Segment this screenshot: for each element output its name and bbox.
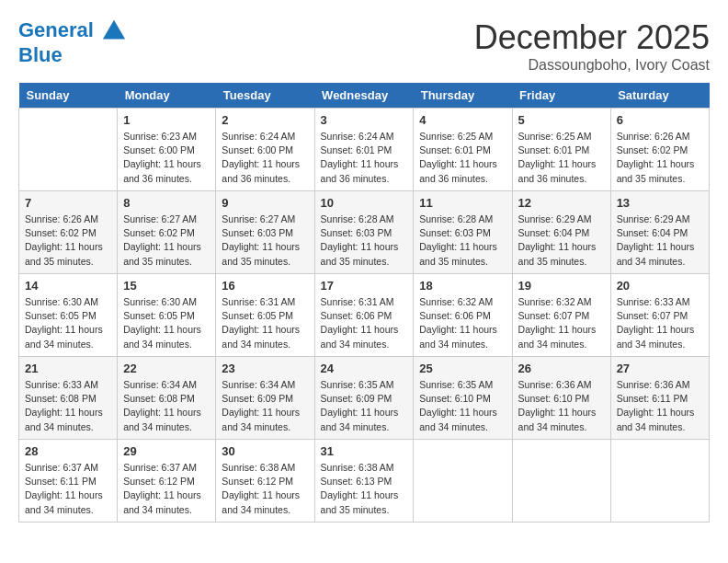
day-info: Sunrise: 6:37 AMSunset: 6:12 PMDaylight:… xyxy=(123,461,210,517)
day-info: Sunrise: 6:26 AMSunset: 6:02 PMDaylight:… xyxy=(617,130,703,186)
calendar-cell: 6Sunrise: 6:26 AMSunset: 6:02 PMDaylight… xyxy=(610,109,709,191)
title-block: December 2025 Dassoungboho, Ivory Coast xyxy=(474,18,710,74)
calendar-cell: 30Sunrise: 6:38 AMSunset: 6:12 PMDayligh… xyxy=(216,440,314,523)
calendar-cell: 4Sunrise: 6:25 AMSunset: 6:01 PMDaylight… xyxy=(414,109,512,191)
location-title: Dassoungboho, Ivory Coast xyxy=(474,57,710,74)
day-number: 3 xyxy=(321,113,408,127)
day-info: Sunrise: 6:30 AMSunset: 6:05 PMDaylight:… xyxy=(25,295,111,351)
calendar-cell: 21Sunrise: 6:33 AMSunset: 6:08 PMDayligh… xyxy=(19,357,118,440)
calendar-cell: 29Sunrise: 6:37 AMSunset: 6:12 PMDayligh… xyxy=(118,440,216,523)
calendar-cell: 5Sunrise: 6:25 AMSunset: 6:01 PMDaylight… xyxy=(512,109,610,191)
header-day: Friday xyxy=(512,83,610,109)
day-number: 15 xyxy=(123,279,210,293)
day-number: 21 xyxy=(25,362,111,375)
header-row: SundayMondayTuesdayWednesdayThursdayFrid… xyxy=(19,83,710,109)
day-info: Sunrise: 6:25 AMSunset: 6:01 PMDaylight:… xyxy=(419,130,506,186)
header-day: Monday xyxy=(118,83,216,109)
day-info: Sunrise: 6:36 AMSunset: 6:10 PMDaylight:… xyxy=(518,378,605,434)
day-number: 12 xyxy=(518,196,605,210)
calendar-table: SundayMondayTuesdayWednesdayThursdayFrid… xyxy=(18,83,710,523)
calendar-cell xyxy=(19,109,118,191)
logo-blue: Blue xyxy=(18,44,127,66)
day-number: 9 xyxy=(222,196,308,210)
day-number: 5 xyxy=(518,113,605,127)
month-title: December 2025 xyxy=(474,18,710,57)
day-number: 26 xyxy=(518,362,605,375)
day-number: 7 xyxy=(25,196,111,210)
day-number: 28 xyxy=(25,444,111,458)
day-number: 16 xyxy=(222,279,308,293)
page-header: General Blue December 2025 Dassoungboho,… xyxy=(18,18,710,74)
day-info: Sunrise: 6:33 AMSunset: 6:07 PMDaylight:… xyxy=(617,295,703,351)
calendar-cell: 9Sunrise: 6:27 AMSunset: 6:03 PMDaylight… xyxy=(216,191,314,274)
day-info: Sunrise: 6:29 AMSunset: 6:04 PMDaylight:… xyxy=(617,213,703,269)
calendar-cell: 22Sunrise: 6:34 AMSunset: 6:08 PMDayligh… xyxy=(118,357,216,440)
day-info: Sunrise: 6:24 AMSunset: 6:01 PMDaylight:… xyxy=(321,130,408,186)
day-number: 19 xyxy=(518,279,605,293)
day-number: 17 xyxy=(321,279,408,293)
calendar-cell: 13Sunrise: 6:29 AMSunset: 6:04 PMDayligh… xyxy=(610,191,709,274)
day-number: 29 xyxy=(123,444,210,458)
calendar-cell: 20Sunrise: 6:33 AMSunset: 6:07 PMDayligh… xyxy=(610,274,709,357)
day-info: Sunrise: 6:28 AMSunset: 6:03 PMDaylight:… xyxy=(419,213,506,269)
day-info: Sunrise: 6:31 AMSunset: 6:06 PMDaylight:… xyxy=(321,295,408,351)
day-number: 25 xyxy=(419,362,506,375)
calendar-cell: 11Sunrise: 6:28 AMSunset: 6:03 PMDayligh… xyxy=(414,191,512,274)
calendar-cell xyxy=(512,440,610,523)
day-number: 18 xyxy=(419,279,506,293)
calendar-cell: 31Sunrise: 6:38 AMSunset: 6:13 PMDayligh… xyxy=(314,440,414,523)
calendar-cell: 24Sunrise: 6:35 AMSunset: 6:09 PMDayligh… xyxy=(314,357,414,440)
calendar-cell: 7Sunrise: 6:26 AMSunset: 6:02 PMDaylight… xyxy=(19,191,118,274)
calendar-week: 1Sunrise: 6:23 AMSunset: 6:00 PMDaylight… xyxy=(19,109,710,191)
calendar-cell: 26Sunrise: 6:36 AMSunset: 6:10 PMDayligh… xyxy=(512,357,610,440)
calendar-cell: 12Sunrise: 6:29 AMSunset: 6:04 PMDayligh… xyxy=(512,191,610,274)
calendar-cell: 27Sunrise: 6:36 AMSunset: 6:11 PMDayligh… xyxy=(610,357,709,440)
calendar-cell: 25Sunrise: 6:35 AMSunset: 6:10 PMDayligh… xyxy=(414,357,512,440)
calendar-cell: 17Sunrise: 6:31 AMSunset: 6:06 PMDayligh… xyxy=(314,274,414,357)
header-day: Saturday xyxy=(610,83,709,109)
calendar-cell: 19Sunrise: 6:32 AMSunset: 6:07 PMDayligh… xyxy=(512,274,610,357)
day-number: 30 xyxy=(222,444,308,458)
day-number: 20 xyxy=(617,279,703,293)
day-info: Sunrise: 6:23 AMSunset: 6:00 PMDaylight:… xyxy=(123,130,210,186)
calendar-header: SundayMondayTuesdayWednesdayThursdayFrid… xyxy=(19,83,710,109)
day-info: Sunrise: 6:35 AMSunset: 6:09 PMDaylight:… xyxy=(321,378,408,434)
day-info: Sunrise: 6:38 AMSunset: 6:13 PMDaylight:… xyxy=(321,461,408,517)
header-day: Wednesday xyxy=(314,83,414,109)
calendar-cell xyxy=(610,440,709,523)
logo-text: General xyxy=(18,18,127,44)
day-number: 22 xyxy=(123,362,210,375)
day-number: 13 xyxy=(617,196,703,210)
calendar-cell: 18Sunrise: 6:32 AMSunset: 6:06 PMDayligh… xyxy=(414,274,512,357)
header-day: Thursday xyxy=(414,83,512,109)
calendar-cell: 15Sunrise: 6:30 AMSunset: 6:05 PMDayligh… xyxy=(118,274,216,357)
day-info: Sunrise: 6:32 AMSunset: 6:06 PMDaylight:… xyxy=(419,295,506,351)
header-day: Sunday xyxy=(19,83,118,109)
header-day: Tuesday xyxy=(216,83,314,109)
calendar-cell: 1Sunrise: 6:23 AMSunset: 6:00 PMDaylight… xyxy=(118,109,216,191)
calendar-week: 21Sunrise: 6:33 AMSunset: 6:08 PMDayligh… xyxy=(19,357,710,440)
calendar-cell: 10Sunrise: 6:28 AMSunset: 6:03 PMDayligh… xyxy=(314,191,414,274)
calendar-cell: 3Sunrise: 6:24 AMSunset: 6:01 PMDaylight… xyxy=(314,109,414,191)
calendar-week: 28Sunrise: 6:37 AMSunset: 6:11 PMDayligh… xyxy=(19,440,710,523)
day-info: Sunrise: 6:29 AMSunset: 6:04 PMDaylight:… xyxy=(518,213,605,269)
day-info: Sunrise: 6:28 AMSunset: 6:03 PMDaylight:… xyxy=(321,213,408,269)
svg-marker-0 xyxy=(103,20,125,40)
day-info: Sunrise: 6:31 AMSunset: 6:05 PMDaylight:… xyxy=(222,295,308,351)
calendar-cell xyxy=(414,440,512,523)
day-number: 8 xyxy=(123,196,210,210)
calendar-cell: 2Sunrise: 6:24 AMSunset: 6:00 PMDaylight… xyxy=(216,109,314,191)
calendar-body: 1Sunrise: 6:23 AMSunset: 6:00 PMDaylight… xyxy=(19,109,710,523)
day-info: Sunrise: 6:25 AMSunset: 6:01 PMDaylight:… xyxy=(518,130,605,186)
day-number: 14 xyxy=(25,279,111,293)
day-number: 23 xyxy=(222,362,308,375)
day-info: Sunrise: 6:26 AMSunset: 6:02 PMDaylight:… xyxy=(25,213,111,269)
day-info: Sunrise: 6:27 AMSunset: 6:03 PMDaylight:… xyxy=(222,213,308,269)
calendar-cell: 28Sunrise: 6:37 AMSunset: 6:11 PMDayligh… xyxy=(19,440,118,523)
day-info: Sunrise: 6:38 AMSunset: 6:12 PMDaylight:… xyxy=(222,461,308,517)
logo: General Blue xyxy=(18,18,127,66)
calendar-cell: 14Sunrise: 6:30 AMSunset: 6:05 PMDayligh… xyxy=(19,274,118,357)
day-number: 4 xyxy=(419,113,506,127)
day-number: 11 xyxy=(419,196,506,210)
day-info: Sunrise: 6:37 AMSunset: 6:11 PMDaylight:… xyxy=(25,461,111,517)
